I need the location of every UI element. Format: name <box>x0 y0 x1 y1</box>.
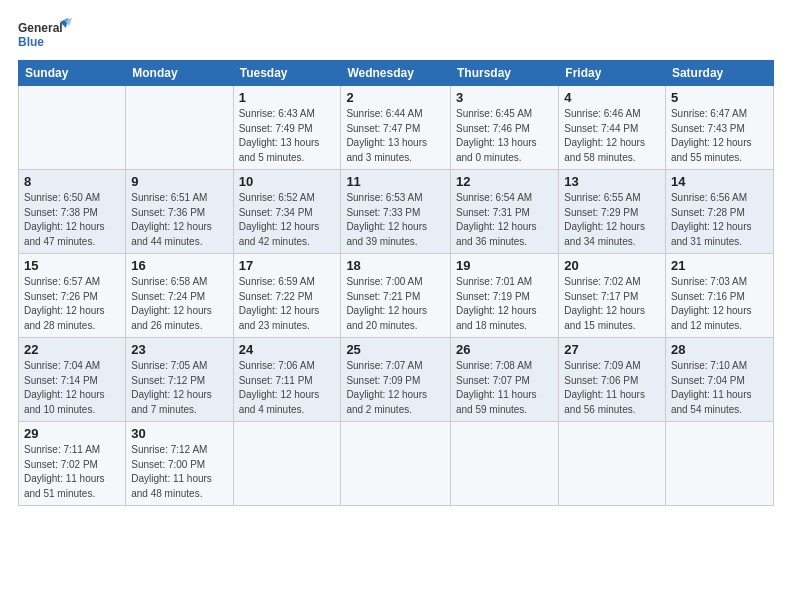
day-of-week-header: Saturday <box>665 61 773 86</box>
calendar-cell: 14 Sunrise: 6:56 AMSunset: 7:28 PMDaylig… <box>665 170 773 254</box>
day-number: 27 <box>564 342 660 357</box>
day-number: 29 <box>24 426 120 441</box>
logo-svg: General Blue <box>18 18 73 54</box>
day-info: Sunrise: 6:45 AMSunset: 7:46 PMDaylight:… <box>456 108 537 163</box>
calendar-cell: 12 Sunrise: 6:54 AMSunset: 7:31 PMDaylig… <box>450 170 558 254</box>
calendar-cell: 2 Sunrise: 6:44 AMSunset: 7:47 PMDayligh… <box>341 86 451 170</box>
day-info: Sunrise: 7:07 AMSunset: 7:09 PMDaylight:… <box>346 360 427 415</box>
calendar-week-row: 22 Sunrise: 7:04 AMSunset: 7:14 PMDaylig… <box>19 338 774 422</box>
day-info: Sunrise: 7:03 AMSunset: 7:16 PMDaylight:… <box>671 276 752 331</box>
day-info: Sunrise: 6:56 AMSunset: 7:28 PMDaylight:… <box>671 192 752 247</box>
calendar-cell: 24 Sunrise: 7:06 AMSunset: 7:11 PMDaylig… <box>233 338 341 422</box>
day-number: 25 <box>346 342 445 357</box>
day-info: Sunrise: 6:54 AMSunset: 7:31 PMDaylight:… <box>456 192 537 247</box>
day-number: 17 <box>239 258 336 273</box>
calendar-cell: 4 Sunrise: 6:46 AMSunset: 7:44 PMDayligh… <box>559 86 666 170</box>
day-info: Sunrise: 7:08 AMSunset: 7:07 PMDaylight:… <box>456 360 537 415</box>
calendar-cell: 10 Sunrise: 6:52 AMSunset: 7:34 PMDaylig… <box>233 170 341 254</box>
day-number: 4 <box>564 90 660 105</box>
day-number: 14 <box>671 174 768 189</box>
calendar-cell: 3 Sunrise: 6:45 AMSunset: 7:46 PMDayligh… <box>450 86 558 170</box>
calendar-cell: 21 Sunrise: 7:03 AMSunset: 7:16 PMDaylig… <box>665 254 773 338</box>
day-info: Sunrise: 6:47 AMSunset: 7:43 PMDaylight:… <box>671 108 752 163</box>
day-info: Sunrise: 7:01 AMSunset: 7:19 PMDaylight:… <box>456 276 537 331</box>
calendar-cell: 25 Sunrise: 7:07 AMSunset: 7:09 PMDaylig… <box>341 338 451 422</box>
day-number: 30 <box>131 426 227 441</box>
calendar-cell: 19 Sunrise: 7:01 AMSunset: 7:19 PMDaylig… <box>450 254 558 338</box>
day-number: 24 <box>239 342 336 357</box>
calendar-cell: 5 Sunrise: 6:47 AMSunset: 7:43 PMDayligh… <box>665 86 773 170</box>
day-number: 5 <box>671 90 768 105</box>
day-info: Sunrise: 6:51 AMSunset: 7:36 PMDaylight:… <box>131 192 212 247</box>
calendar-cell: 30 Sunrise: 7:12 AMSunset: 7:00 PMDaylig… <box>126 422 233 506</box>
day-number: 15 <box>24 258 120 273</box>
day-number: 9 <box>131 174 227 189</box>
day-info: Sunrise: 7:10 AMSunset: 7:04 PMDaylight:… <box>671 360 752 415</box>
day-info: Sunrise: 7:12 AMSunset: 7:00 PMDaylight:… <box>131 444 212 499</box>
calendar-cell: 29 Sunrise: 7:11 AMSunset: 7:02 PMDaylig… <box>19 422 126 506</box>
day-number: 1 <box>239 90 336 105</box>
calendar-cell: 8 Sunrise: 6:50 AMSunset: 7:38 PMDayligh… <box>19 170 126 254</box>
day-number: 23 <box>131 342 227 357</box>
calendar-week-row: 15 Sunrise: 6:57 AMSunset: 7:26 PMDaylig… <box>19 254 774 338</box>
calendar-cell: 26 Sunrise: 7:08 AMSunset: 7:07 PMDaylig… <box>450 338 558 422</box>
day-info: Sunrise: 7:05 AMSunset: 7:12 PMDaylight:… <box>131 360 212 415</box>
day-number: 11 <box>346 174 445 189</box>
logo: General Blue <box>18 18 73 54</box>
day-of-week-header: Friday <box>559 61 666 86</box>
calendar-table: SundayMondayTuesdayWednesdayThursdayFrid… <box>18 60 774 506</box>
day-number: 28 <box>671 342 768 357</box>
calendar-cell <box>126 86 233 170</box>
day-of-week-header: Wednesday <box>341 61 451 86</box>
day-of-week-header: Sunday <box>19 61 126 86</box>
calendar-cell: 20 Sunrise: 7:02 AMSunset: 7:17 PMDaylig… <box>559 254 666 338</box>
calendar-cell <box>559 422 666 506</box>
day-info: Sunrise: 6:50 AMSunset: 7:38 PMDaylight:… <box>24 192 105 247</box>
svg-text:General: General <box>18 21 63 35</box>
day-info: Sunrise: 6:55 AMSunset: 7:29 PMDaylight:… <box>564 192 645 247</box>
day-number: 20 <box>564 258 660 273</box>
day-info: Sunrise: 6:59 AMSunset: 7:22 PMDaylight:… <box>239 276 320 331</box>
calendar-week-row: 8 Sunrise: 6:50 AMSunset: 7:38 PMDayligh… <box>19 170 774 254</box>
calendar-cell: 11 Sunrise: 6:53 AMSunset: 7:33 PMDaylig… <box>341 170 451 254</box>
day-number: 26 <box>456 342 553 357</box>
calendar-cell: 28 Sunrise: 7:10 AMSunset: 7:04 PMDaylig… <box>665 338 773 422</box>
calendar-cell: 23 Sunrise: 7:05 AMSunset: 7:12 PMDaylig… <box>126 338 233 422</box>
calendar-cell: 18 Sunrise: 7:00 AMSunset: 7:21 PMDaylig… <box>341 254 451 338</box>
calendar-cell: 16 Sunrise: 6:58 AMSunset: 7:24 PMDaylig… <box>126 254 233 338</box>
day-number: 22 <box>24 342 120 357</box>
calendar-cell <box>450 422 558 506</box>
calendar-cell: 1 Sunrise: 6:43 AMSunset: 7:49 PMDayligh… <box>233 86 341 170</box>
day-number: 16 <box>131 258 227 273</box>
day-number: 3 <box>456 90 553 105</box>
day-number: 21 <box>671 258 768 273</box>
day-info: Sunrise: 6:43 AMSunset: 7:49 PMDaylight:… <box>239 108 320 163</box>
day-number: 2 <box>346 90 445 105</box>
day-number: 8 <box>24 174 120 189</box>
day-info: Sunrise: 7:09 AMSunset: 7:06 PMDaylight:… <box>564 360 645 415</box>
svg-text:Blue: Blue <box>18 35 44 49</box>
day-of-week-header: Monday <box>126 61 233 86</box>
day-number: 12 <box>456 174 553 189</box>
calendar-cell <box>665 422 773 506</box>
day-number: 19 <box>456 258 553 273</box>
day-number: 18 <box>346 258 445 273</box>
day-info: Sunrise: 7:02 AMSunset: 7:17 PMDaylight:… <box>564 276 645 331</box>
day-number: 13 <box>564 174 660 189</box>
calendar-cell <box>341 422 451 506</box>
calendar-cell: 13 Sunrise: 6:55 AMSunset: 7:29 PMDaylig… <box>559 170 666 254</box>
day-info: Sunrise: 7:11 AMSunset: 7:02 PMDaylight:… <box>24 444 105 499</box>
calendar-cell: 9 Sunrise: 6:51 AMSunset: 7:36 PMDayligh… <box>126 170 233 254</box>
calendar-cell <box>19 86 126 170</box>
calendar-week-row: 1 Sunrise: 6:43 AMSunset: 7:49 PMDayligh… <box>19 86 774 170</box>
day-info: Sunrise: 7:06 AMSunset: 7:11 PMDaylight:… <box>239 360 320 415</box>
calendar-cell: 15 Sunrise: 6:57 AMSunset: 7:26 PMDaylig… <box>19 254 126 338</box>
day-info: Sunrise: 6:53 AMSunset: 7:33 PMDaylight:… <box>346 192 427 247</box>
day-info: Sunrise: 6:46 AMSunset: 7:44 PMDaylight:… <box>564 108 645 163</box>
calendar-cell: 17 Sunrise: 6:59 AMSunset: 7:22 PMDaylig… <box>233 254 341 338</box>
day-info: Sunrise: 6:58 AMSunset: 7:24 PMDaylight:… <box>131 276 212 331</box>
day-info: Sunrise: 7:00 AMSunset: 7:21 PMDaylight:… <box>346 276 427 331</box>
day-info: Sunrise: 6:57 AMSunset: 7:26 PMDaylight:… <box>24 276 105 331</box>
day-of-week-header: Thursday <box>450 61 558 86</box>
day-info: Sunrise: 6:52 AMSunset: 7:34 PMDaylight:… <box>239 192 320 247</box>
